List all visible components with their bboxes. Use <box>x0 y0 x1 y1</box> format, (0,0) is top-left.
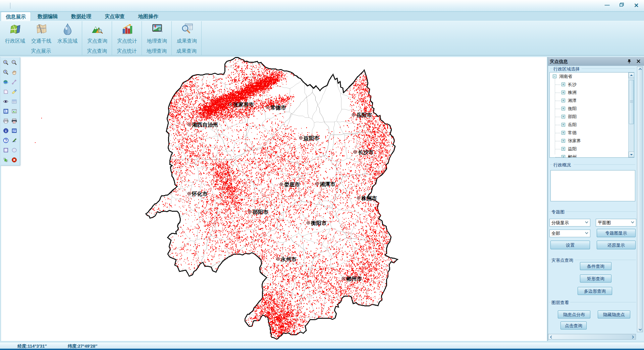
svg-text:株洲市: 株洲市 <box>361 195 377 201</box>
svg-text:邵阳市: 邵阳市 <box>252 209 268 215</box>
svg-text:益阳市: 益阳市 <box>303 135 319 141</box>
svg-text:湘西自治州: 湘西自治州 <box>192 122 218 128</box>
svg-text:常德市: 常德市 <box>270 105 286 110</box>
svg-text:娄底市: 娄底市 <box>284 182 300 187</box>
svg-text:张家界市: 张家界市 <box>233 102 254 107</box>
svg-text:永州市: 永州市 <box>280 256 297 262</box>
svg-text:湘潭市: 湘潭市 <box>320 181 335 187</box>
svg-text:岳阳市: 岳阳市 <box>356 112 372 118</box>
svg-text:衡阳市: 衡阳市 <box>311 220 327 226</box>
svg-text:长沙市: 长沙市 <box>358 149 374 155</box>
svg-text:怀化市: 怀化市 <box>191 191 208 197</box>
svg-text:郴州市: 郴州市 <box>346 276 362 282</box>
